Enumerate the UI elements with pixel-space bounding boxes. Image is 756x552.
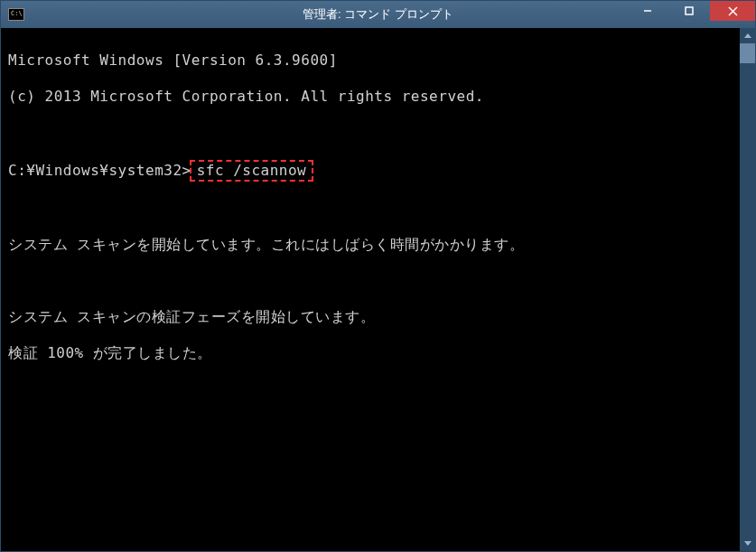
- prompt-line: C:¥Windows¥system32>sfc /scannow: [8, 160, 748, 182]
- scroll-track[interactable]: [740, 43, 755, 536]
- blank-line: [8, 124, 748, 142]
- blank-line: [8, 200, 748, 218]
- maximize-icon: [685, 6, 694, 15]
- scroll-thumb[interactable]: [740, 43, 755, 63]
- app-icon-text: C:\: [11, 11, 23, 17]
- window-titlebar[interactable]: C:\ 管理者: コマンド プロンプト: [1, 1, 755, 28]
- window-title: 管理者: コマンド プロンプト: [303, 6, 453, 23]
- prompt-text: C:¥Windows¥system32>: [8, 162, 191, 179]
- scroll-up-arrow[interactable]: [740, 28, 755, 43]
- app-icon: C:\: [8, 8, 24, 21]
- minimize-icon: [643, 6, 652, 15]
- maximize-button[interactable]: [668, 1, 710, 21]
- verify-phase-line: システム スキャンの検証フェーズを開始しています。: [8, 308, 748, 326]
- command-highlight: sfc /scannow: [190, 160, 314, 182]
- version-line: Microsoft Windows [Version 6.3.9600]: [8, 51, 748, 70]
- copyright-line: (c) 2013 Microsoft Corporation. All righ…: [8, 88, 748, 106]
- window-controls: [627, 1, 755, 21]
- close-button[interactable]: [710, 1, 755, 21]
- blank-line: [8, 272, 748, 290]
- scroll-down-arrow[interactable]: [740, 536, 755, 551]
- vertical-scrollbar[interactable]: [740, 28, 755, 551]
- close-icon: [728, 6, 738, 16]
- command-text: sfc /scannow: [197, 162, 307, 179]
- chevron-up-icon: [744, 33, 751, 38]
- scan-start-line: システム スキャンを開始しています。これにはしばらく時間がかかります。: [8, 236, 748, 254]
- chevron-down-icon: [744, 541, 751, 546]
- verify-complete-line: 検証 100% が完了しました。: [8, 344, 748, 362]
- terminal-output[interactable]: Microsoft Windows [Version 6.3.9600] (c)…: [1, 28, 755, 551]
- minimize-button[interactable]: [627, 1, 668, 21]
- svg-rect-1: [686, 7, 693, 14]
